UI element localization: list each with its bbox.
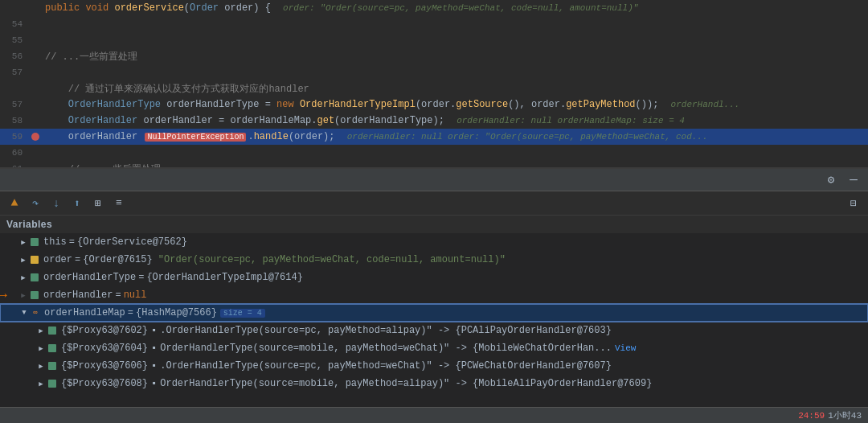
var-orderhandlemap-value: {HashMap@7566}	[136, 307, 217, 318]
entry4-icon	[47, 378, 58, 389]
variables-list: ▶ this = {OrderService@7562} ▶ order = {…	[0, 233, 868, 407]
map-entry-3[interactable]: ▶ {$Proxy63@7606} ▪ .OrderHandlerType(so…	[0, 357, 868, 375]
var-this-name: this	[43, 236, 67, 248]
settings2-button[interactable]: ≡	[111, 195, 127, 212]
entry3-key: {$Proxy63@7606}	[61, 360, 148, 372]
map-entry-2[interactable]: ▶ {$Proxy63@7604} ▪ OrderHandlerType(sou…	[0, 339, 868, 357]
step-over-button[interactable]: ↷	[27, 195, 43, 212]
var-order-name: order	[43, 254, 72, 265]
expand-orderhandlemap-icon[interactable]: ▼	[18, 307, 30, 318]
entry1-key: {$Proxy63@7602}	[61, 325, 148, 336]
map-entry-1[interactable]: ▶ {$Proxy63@7602} ▪ .OrderHandlerType(so…	[0, 322, 868, 339]
entry3-icon	[47, 360, 58, 372]
code-line-comment: // 通过订单来源确认以及支付方式获取对应的handler	[0, 80, 868, 97]
entry2-value: OrderHandlerType(source=mobile, payMetho…	[160, 343, 612, 354]
debug-toolbar: ▲ ↷ ↓ ⬆ ⊞ ≡ ⊟	[0, 191, 868, 216]
map-entry-4[interactable]: ▶ {$Proxy63@7608} ▪ OrderHandlerType(sou…	[0, 375, 868, 392]
var-order-value: {Order@7615} "Order(source=pc, payMethod…	[83, 254, 506, 265]
var-orderhandler-name: orderHandler	[43, 290, 113, 301]
debug-panel: ▲ ↷ ↓ ⬆ ⊞ ≡ ⊟ Variables ▶ this = {OrderS…	[0, 191, 868, 407]
code-line-54: 54	[0, 16, 868, 32]
layout-button[interactable]: ⊟	[845, 195, 862, 212]
var-orderhandlemap-icon: ∞	[30, 307, 41, 318]
var-this[interactable]: ▶ this = {OrderService@7562}	[0, 233, 868, 251]
settings-button[interactable]: ⚙	[823, 172, 839, 188]
expand-entry2-icon[interactable]: ▶	[35, 343, 47, 354]
entry4-value: OrderHandlerType(source=mobile, payMetho…	[160, 378, 652, 389]
var-orderhandlemap-size: size = 4	[220, 309, 265, 318]
var-orderhandlertype[interactable]: ▶ orderHandlerType = {OrderHandlerTypeIm…	[0, 269, 868, 286]
expand-entry1-icon[interactable]: ▶	[35, 325, 47, 336]
expand-this-icon[interactable]: ▶	[18, 236, 29, 248]
view-link[interactable]: View	[615, 343, 636, 353]
status-extra: 1小时43	[828, 409, 862, 421]
breakpoint-indicator	[31, 133, 39, 141]
code-line-60: 60	[0, 145, 868, 161]
var-this-value: {OrderService@7562}	[77, 236, 187, 248]
var-order-icon	[29, 254, 40, 265]
expand-entry4-icon[interactable]: ▶	[35, 378, 47, 389]
expand-order-icon[interactable]: ▶	[18, 254, 29, 265]
var-this-icon	[29, 236, 40, 248]
arrow-indicator: →	[0, 288, 7, 302]
debug-toolbar-right: ⊟	[845, 195, 862, 212]
code-line-orderhandler: 58 OrderHandler orderHandler = orderHand…	[0, 113, 868, 129]
entry4-key: {$Proxy63@7608}	[61, 378, 148, 389]
status-bar: 24:59 1小时43	[0, 407, 868, 423]
code-line-55: 55	[0, 32, 868, 48]
debug-panel-topbar: ⚙ —	[0, 169, 868, 191]
entry3-value: .OrderHandlerType(source=pc, payMethod=w…	[160, 360, 612, 372]
var-orderhandler[interactable]: → ▶ orderHandler = null	[0, 286, 868, 304]
var-orderhandler-icon	[29, 290, 40, 301]
var-orderhandlemap-name: orderHandleMap	[44, 307, 125, 318]
code-editor: public void orderService(Order order) { …	[0, 0, 868, 169]
debug-toolbar-left: ▲ ↷ ↓ ⬆ ⊞ ≡	[6, 195, 127, 212]
code-line-57-blank: 57	[0, 64, 868, 80]
entry1-value: .OrderHandlerType(source=pc, payMethod=a…	[160, 325, 612, 336]
code-line-61: 61 // ...一些后置处理	[0, 161, 868, 169]
var-orderhandlemap[interactable]: ▼ ∞ orderHandleMap = {HashMap@7566} size…	[0, 304, 868, 322]
var-orderhandlertype-icon	[29, 272, 40, 283]
step-out-button[interactable]: ⬆	[69, 195, 85, 212]
step-into-button[interactable]: ↓	[48, 195, 64, 212]
table-view-button[interactable]: ⊞	[90, 195, 106, 212]
expand-entry3-icon[interactable]: ▶	[35, 360, 47, 372]
expand-orderhandlertype-icon[interactable]: ▶	[18, 272, 29, 283]
minimize-button[interactable]: —	[845, 172, 862, 188]
resume-button[interactable]: ▲	[6, 195, 23, 212]
var-order[interactable]: ▶ order = {Order@7615} "Order(source=pc,…	[0, 251, 868, 269]
entry2-key: {$Proxy63@7604}	[61, 343, 148, 354]
var-orderhandler-value: null	[124, 290, 147, 301]
code-line-orderhandlertype: 57 OrderHandlerType orderHandlerType = n…	[0, 97, 868, 113]
variables-section-title: Variables	[0, 216, 868, 233]
debug-content: Variables ▶ this = {OrderService@7562} ▶…	[0, 216, 868, 407]
entry2-icon	[47, 343, 58, 354]
status-time: 24:59	[798, 411, 825, 421]
var-orderhandlertype-name: orderHandlerType	[43, 272, 136, 283]
code-line-header: public void orderService(Order order) { …	[0, 0, 868, 16]
var-orderhandlertype-value: {OrderHandlerTypeImpl@7614}	[146, 272, 302, 283]
expand-orderhandler-icon[interactable]: ▶	[18, 290, 29, 301]
code-line-56: 56 // ...一些前置处理	[0, 48, 868, 64]
code-line-exception: 59 orderHandler NullPointerException.han…	[0, 129, 868, 145]
entry1-icon	[47, 325, 58, 336]
